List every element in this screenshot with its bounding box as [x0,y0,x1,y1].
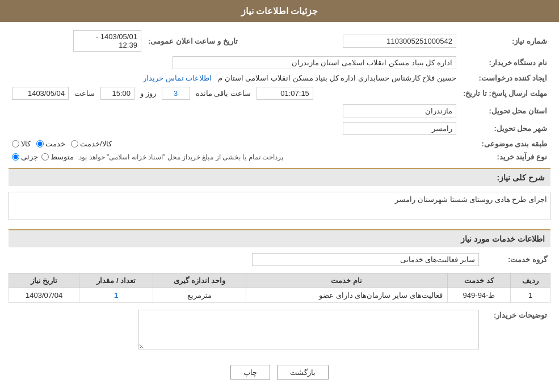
reply-deadline-label: مهلت ارسال پاسخ: تا تاریخ: [460,85,550,102]
creator-label: ایجاد کننده درخواست: [460,71,550,85]
row-buyer-notes: توضیحات خریدار: [9,307,550,353]
purchase-partial-option: جزئی [12,153,38,161]
category-goods-radio[interactable] [12,140,19,147]
services-table-head: ردیف کد خدمت نام خدمت واحد اندازه گیری ت… [9,273,550,288]
purchase-type-row: پرداخت تمام یا بخشی از مبلغ خریداز محل "… [12,153,456,161]
row-buyer-org: نام دستگاه خریدار: اداره کل بنیاد مسکن ا… [9,54,550,71]
reply-remaining-label: ساعت باقی مانده [196,89,251,98]
services-table-body: 1 ط-94-949 فعالیت‌های سایر سازمان‌های دا… [9,288,550,303]
buyer-notes-value [9,307,482,353]
reply-date-field: 1403/05/04 [12,87,69,100]
row-purchase-type: نوع فرآیند خرید: پرداخت تمام یا بخشی از … [9,150,550,163]
category-service-radio[interactable] [36,140,44,147]
col-count: تعداد / مقدار [79,273,153,288]
reply-days-label: روز و [140,89,156,98]
services-section-label: اطلاعات خدمات مورد نیاز [461,234,545,243]
buyer-notes-table: توضیحات خریدار: [9,307,550,353]
page-wrapper: جزئیات اطلاعات نیاز شماره نیاز: 11030052… [0,0,559,392]
description-row: اجرای طرح هادی روستای شستا شهرستان رامسر [9,189,550,225]
category-khadmat-radio[interactable] [71,140,78,147]
creator-text: حسین فلاح کارشناس حسابداری اداره کل بنیا… [218,74,456,82]
cell-unit: مترمربع [153,288,246,303]
need-number-value: 1103005251000542 [241,28,460,54]
province-label: استان محل تحویل: [460,102,550,120]
content-area: شماره نیاز: 1103005251000542 تاریخ و ساع… [0,22,559,392]
row-province: استان محل تحویل: مازندران [9,102,550,120]
service-group-table: گروه خدمت: سایر فعالیت‌های خدماتی [9,251,550,268]
category-label: طبقه بندی موضوعی: [460,137,550,150]
row-creator: ایجاد کننده درخواست: حسین فلاح کارشناس ح… [9,71,550,85]
province-value: مازندران [9,102,460,120]
announce-date-label: تاریخ و ساعت اعلان عمومی: [145,28,241,54]
reply-remaining-field: 01:07:15 [257,87,313,100]
announce-date-field: 1403/05/01 - 12:39 [73,30,141,52]
buyer-org-value: اداره کل بنیاد مسکن انقلاب اسلامی استان … [9,54,460,71]
col-date: تاریخ نیاز [9,273,79,288]
page-title: جزئیات اطلاعات نیاز [241,6,318,16]
category-radio-group: کالا/خدمت خدمت کالا [12,140,456,148]
reply-time-field: 15:00 [100,87,135,100]
cell-code: ط-94-949 [447,288,511,303]
purchase-medium-radio[interactable] [41,153,49,161]
reply-deadline-row: 01:07:15 ساعت باقی مانده 3 روز و 15:00 س… [12,87,456,100]
description-label: شرح کلی نیاز: [497,173,545,182]
cell-name: فعالیت‌های سایر سازمان‌های دارای عضو [246,288,447,303]
reply-days-field: 3 [162,87,190,100]
services-table: ردیف کد خدمت نام خدمت واحد اندازه گیری ت… [9,273,550,303]
button-row: بازگشت چاپ [9,358,550,387]
category-khadmat-label: کالا/خدمت [80,140,112,148]
buyer-org-label: نام دستگاه خریدار: [460,54,550,71]
description-field: اجرای طرح هادی روستای شستا شهرستان رامسر [9,192,550,220]
province-field: مازندران [343,104,456,117]
city-value: رامسر [9,120,460,137]
purchase-partial-label: جزئی [21,153,38,161]
cell-date: 1403/07/04 [9,288,79,303]
reply-time-label: ساعت [74,89,95,98]
buyer-notes-field[interactable] [138,310,479,349]
col-row: ردیف [511,273,550,288]
creator-value: حسین فلاح کارشناس حسابداری اداره کل بنیا… [9,71,460,85]
purchase-partial-radio[interactable] [12,153,19,161]
buyer-notes-label: توضیحات خریدار: [482,307,550,353]
city-label: شهر محل تحویل: [460,120,550,137]
purchase-type-note: پرداخت تمام یا بخشی از مبلغ خریداز محل "… [77,153,283,161]
page-header: جزئیات اطلاعات نیاز [0,0,559,22]
cell-count: 1 [79,288,153,303]
services-section-header: اطلاعات خدمات مورد نیاز [9,229,550,247]
info-table: شماره نیاز: 1103005251000542 تاریخ و ساع… [9,28,550,163]
cell-row: 1 [511,288,550,303]
table-row: 1 ط-94-949 فعالیت‌های سایر سازمان‌های دا… [9,288,550,303]
category-value: کالا/خدمت خدمت کالا [9,137,460,150]
row-service-group: گروه خدمت: سایر فعالیت‌های خدماتی [9,251,550,268]
row-category: طبقه بندی موضوعی: کالا/خدمت خدمت کالا [9,137,550,150]
print-button[interactable]: چاپ [230,365,270,380]
back-button[interactable]: بازگشت [277,365,329,380]
col-code: کد خدمت [447,273,511,288]
description-section-header: شرح کلی نیاز: [9,168,550,186]
row-reply-deadline: مهلت ارسال پاسخ: تا تاریخ: 01:07:15 ساعت… [9,85,550,102]
description-text: اجرای طرح هادی روستای شستا شهرستان رامسر [395,195,547,204]
service-group-label: گروه خدمت: [482,251,550,268]
category-goods-label: کالا [21,140,31,148]
reply-deadline-value: 01:07:15 ساعت باقی مانده 3 روز و 15:00 س… [9,85,460,102]
buyer-org-field: اداره کل بنیاد مسکن انقلاب اسلامی استان … [173,56,456,69]
purchase-type-value: پرداخت تمام یا بخشی از مبلغ خریداز محل "… [9,150,460,163]
category-option-khadmat: کالا/خدمت [71,140,112,148]
service-group-value: سایر فعالیت‌های خدماتی [9,251,482,268]
col-name: نام خدمت [246,273,447,288]
need-number-field: 1103005251000542 [343,35,456,48]
announce-date-value: 1403/05/01 - 12:39 [9,28,145,54]
service-group-field: سایر فعالیت‌های خدماتی [252,253,479,266]
col-unit: واحد اندازه گیری [153,273,246,288]
services-header-row: ردیف کد خدمت نام خدمت واحد اندازه گیری ت… [9,273,550,288]
row-city: شهر محل تحویل: رامسر [9,120,550,137]
purchase-medium-label: متوسط [51,153,74,161]
row-need-number: شماره نیاز: 1103005251000542 تاریخ و ساع… [9,28,550,54]
creator-link[interactable]: اطلاعات تماس خریدار [143,74,212,82]
category-option-goods: کالا [12,140,31,148]
category-service-label: خدمت [45,140,65,148]
need-number-label: شماره نیاز: [460,28,550,54]
purchase-medium-option: متوسط [41,153,74,161]
category-option-service: خدمت [36,140,65,148]
city-field: رامسر [343,122,456,135]
